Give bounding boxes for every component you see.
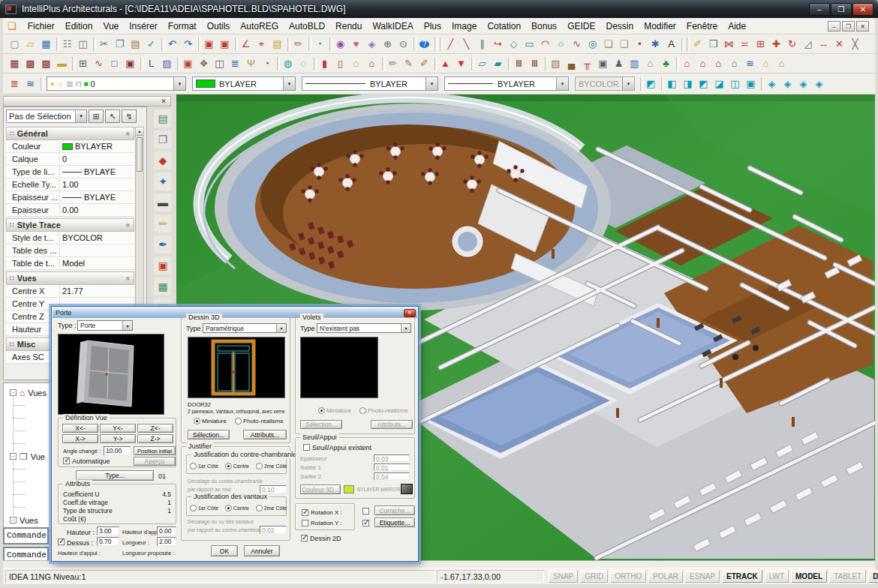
monument-icon[interactable]: ⌂ <box>642 56 658 71</box>
justif-radio[interactable]: 1er Côté <box>190 463 218 470</box>
draw-point-icon[interactable]: • <box>632 37 648 52</box>
longueur-field[interactable] <box>157 537 176 546</box>
lighting-icon[interactable]: ✏ <box>154 214 172 232</box>
sketch-pencil2-icon[interactable]: ✎ <box>401 56 416 71</box>
properties-section-header[interactable]: ∷ Style Trace « <box>6 218 134 232</box>
panel-close-icon[interactable]: ✕ <box>159 98 168 105</box>
dessin3d-selection-button[interactable]: Sélection... <box>188 430 230 440</box>
scene-copy-icon[interactable]: ❐ <box>154 130 172 148</box>
command-line-1[interactable]: Commande : <box>3 527 49 544</box>
measure-point-icon[interactable]: ⌖ <box>254 37 269 52</box>
node-curve-icon[interactable]: ∿ <box>91 56 107 71</box>
building-yellow-icon[interactable]: ⌂ <box>758 56 774 71</box>
grid-edit-icon[interactable]: ▣ <box>122 56 138 71</box>
property-value[interactable]: 0 <box>60 153 134 165</box>
break-icon[interactable]: ╳ <box>847 37 863 52</box>
menu-inserer[interactable]: Insérer <box>124 19 162 34</box>
hauteur-appui-field[interactable] <box>157 526 176 536</box>
building-grid-icon[interactable]: ⌂ <box>726 56 742 71</box>
draw-polygon-icon[interactable]: ◇ <box>506 37 522 52</box>
menu-autobld[interactable]: AutoBLD <box>284 19 330 34</box>
dropdown-arrow-icon[interactable]: ▾ <box>425 77 437 90</box>
justif-radio[interactable]: Centre <box>225 505 249 512</box>
draw-circle-icon[interactable]: ○ <box>553 37 569 52</box>
annuler-button[interactable]: Annuler <box>244 545 280 556</box>
polar-toggle[interactable]: POLAR <box>648 570 683 583</box>
linetype-combo[interactable]: BYLAYER ▾ <box>302 76 438 91</box>
dropdown-arrow-icon[interactable]: ▾ <box>75 110 86 122</box>
render-edit-icon[interactable]: ▣ <box>154 256 172 274</box>
railing-edit-icon[interactable]: Ⅲ <box>527 56 543 71</box>
building-edit2-icon[interactable]: ⌂ <box>711 56 726 71</box>
dialog-close-button[interactable]: ✕ <box>404 309 416 317</box>
slab-edit-icon[interactable]: ▰ <box>490 56 506 71</box>
dialog-title-bar[interactable]: Porte ✕ <box>53 308 417 318</box>
property-value[interactable] <box>60 244 134 256</box>
dessus-checkbox[interactable] <box>58 538 65 545</box>
pan-icon[interactable]: ◔ <box>311 37 327 52</box>
draw-line-icon[interactable]: ╱ <box>443 37 459 52</box>
collapse-chevron-icon[interactable]: « <box>125 276 133 280</box>
collapse-chevron-icon[interactable]: « <box>125 223 133 227</box>
etiquette-checkbox[interactable] <box>362 520 369 526</box>
print-icon[interactable]: ☷ <box>59 37 75 52</box>
porte-type-combo[interactable]: Porte ▾ <box>77 320 133 331</box>
scrollbar-thumb[interactable] <box>137 137 143 172</box>
view-iso-ne-icon[interactable]: ◈ <box>795 76 811 92</box>
house-icon[interactable]: ⌂ <box>364 56 380 71</box>
building-red-icon[interactable]: ⌂ <box>679 56 695 71</box>
door-edit-icon[interactable]: ▯ <box>332 56 348 71</box>
draw-polyline-icon[interactable]: ╲ <box>459 37 474 52</box>
preview-search-icon[interactable]: ◔ <box>259 56 275 71</box>
automatique-checkbox[interactable] <box>63 458 70 464</box>
lwt-toggle[interactable]: LWT <box>765 570 789 583</box>
menu-bonus[interactable]: Bonus <box>526 19 562 34</box>
zoom-previous-icon[interactable]: ◉ <box>332 37 348 52</box>
dropdown-arrow-icon[interactable]: ▾ <box>122 321 132 330</box>
view-right-icon[interactable]: ◪ <box>711 76 727 92</box>
zoom-window-icon[interactable]: ◈ <box>364 37 380 52</box>
draw-arc-icon[interactable]: ◠ <box>537 37 553 52</box>
tree-expand-icon[interactable]: - <box>10 517 17 524</box>
lineweight-combo[interactable]: BYLAYER ▾ <box>444 76 569 91</box>
draw-spline-icon[interactable]: ∿ <box>569 37 585 52</box>
fixture-icon[interactable]: ▥ <box>627 56 642 71</box>
view-back-icon[interactable]: ▣ <box>743 76 759 92</box>
create-block-icon[interactable]: ❑ <box>616 37 632 52</box>
print-preview-icon[interactable]: ◫ <box>75 37 91 52</box>
title-bar[interactable]: IntelliPlus Architecturals - [C:\IDEA11\… <box>0 0 878 18</box>
sketch-pencil3-icon[interactable]: ✐ <box>416 56 432 71</box>
view-left-icon[interactable]: ◩ <box>696 76 711 92</box>
zoom-in-icon[interactable]: ⊕ <box>380 37 395 52</box>
render-settings-icon[interactable]: ▤ <box>154 110 172 128</box>
wall-edit2-icon[interactable]: ▩ <box>38 56 54 71</box>
wall-grid-icon[interactable]: ▦ <box>7 56 23 71</box>
building-copy-icon[interactable]: ⌂ <box>774 56 789 71</box>
menu-dessin[interactable]: Dessin <box>600 19 639 34</box>
menu-aide[interactable]: Aide <box>723 19 751 34</box>
view-front-icon[interactable]: ◫ <box>727 76 743 92</box>
property-value[interactable]: Model <box>60 257 134 269</box>
property-value[interactable]: 21.77 <box>60 285 134 297</box>
zoom-extents-icon[interactable]: ⊙ <box>395 37 411 52</box>
match-properties-icon[interactable]: ✓ <box>143 37 159 52</box>
select-objects-button[interactable]: ↖ <box>105 110 120 123</box>
copy-object-icon[interactable]: ❒ <box>705 37 721 52</box>
furniture-chair-icon[interactable]: ╥ <box>579 56 595 71</box>
layer-combo[interactable]: ● ☼ ▦ ⊓ ■ 0 ▾ <box>47 76 186 91</box>
view-iso-sw-icon[interactable]: ◈ <box>764 76 780 92</box>
photo-landscape-icon[interactable]: ▦ <box>154 278 172 296</box>
animation-icon[interactable]: ▬ <box>154 194 172 212</box>
toggle-pickadd-button[interactable]: ↯ <box>122 110 137 123</box>
move-icon[interactable]: ✚ <box>768 37 784 52</box>
view-iso-se-icon[interactable]: ◈ <box>780 76 795 92</box>
rotation-y-checkbox[interactable] <box>302 520 308 526</box>
door-icon[interactable]: ▮ <box>317 56 332 71</box>
esnap-toggle[interactable]: ESNAP <box>685 570 720 583</box>
box-3d-icon[interactable]: ◫ <box>212 56 227 71</box>
zoom-dynamic-icon[interactable]: ♥ <box>348 37 364 52</box>
help-icon[interactable]: ? <box>416 37 432 52</box>
person-icon[interactable]: ♟ <box>611 56 627 71</box>
property-value[interactable]: BYLAYE <box>60 191 134 203</box>
angle-field[interactable] <box>104 446 131 455</box>
